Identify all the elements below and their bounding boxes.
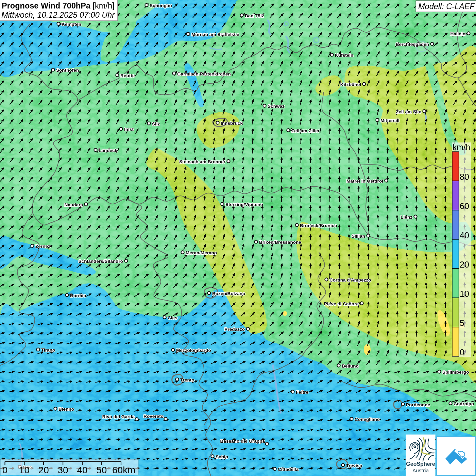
svg-text:80: 80: [460, 172, 469, 182]
svg-text:Pordenone: Pordenone: [406, 402, 430, 407]
svg-text:Pieve di Cadore: Pieve di Cadore: [324, 301, 359, 306]
svg-text:Schlanders/Silandro: Schlanders/Silandro: [79, 259, 123, 264]
svg-text:Garmisch-Partenkirchen: Garmisch-Partenkirchen: [177, 71, 231, 76]
svg-text:Nauders: Nauders: [65, 202, 83, 207]
svg-text:50: 50: [96, 465, 107, 475]
svg-text:Zernez: Zernez: [35, 244, 50, 249]
svg-text:40: 40: [460, 231, 469, 240]
svg-text:Spilimbergo: Spilimbergo: [442, 370, 469, 375]
svg-text:Berchtesgaden: Berchtesgaden: [396, 42, 429, 47]
svg-text:Trento: Trento: [180, 377, 194, 382]
svg-text:0: 0: [2, 465, 8, 475]
svg-text:5: 5: [460, 318, 464, 328]
svg-text:10: 10: [19, 465, 30, 475]
svg-text:Landeck: Landeck: [99, 148, 118, 153]
svg-text:Feltre: Feltre: [296, 390, 308, 395]
svg-text:Imst: Imst: [124, 127, 134, 132]
svg-text:Bruneck/Brunico: Bruneck/Brunico: [300, 223, 337, 228]
svg-text:Silz: Silz: [152, 121, 160, 126]
svg-text:Belluno: Belluno: [342, 363, 359, 369]
svg-text:Cittadella: Cittadella: [278, 467, 299, 472]
svg-text:Tirano: Tirano: [41, 347, 55, 353]
svg-text:Bad Tölz: Bad Tölz: [245, 13, 264, 18]
svg-text:Schio: Schio: [216, 454, 228, 459]
svg-text:Rovereto: Rovereto: [143, 414, 164, 419]
svg-text:Bassano del Grappa: Bassano del Grappa: [220, 439, 265, 444]
svg-text:40: 40: [77, 465, 87, 475]
svg-text:Predazzo: Predazzo: [224, 327, 245, 332]
svg-text:Matrei in Osttirol: Matrei in Osttirol: [346, 178, 383, 184]
svg-text:Reutte: Reutte: [120, 73, 135, 78]
svg-text:Prognose Wind 700hPa [km/h]: Prognose Wind 700hPa [km/h]: [2, 1, 114, 10]
svg-text:60km: 60km: [112, 465, 135, 475]
svg-text:Meran/Merano: Meran/Merano: [186, 250, 217, 255]
svg-text:Kempten: Kempten: [62, 22, 81, 27]
svg-text:20: 20: [460, 260, 469, 269]
svg-text:Lienz: Lienz: [401, 215, 412, 220]
svg-text:Modell: C-LAEF: Modell: C-LAEF: [418, 2, 475, 11]
svg-text:Conegliano: Conegliano: [355, 417, 380, 422]
svg-text:Schwaz: Schwaz: [268, 104, 285, 109]
svg-text:Sterzing/Vipiteno: Sterzing/Vipiteno: [225, 202, 263, 207]
svg-text:60: 60: [460, 201, 469, 211]
svg-text:Mittersill: Mittersill: [380, 118, 400, 123]
svg-text:0: 0: [460, 347, 464, 357]
svg-text:Zell am See: Zell am See: [396, 109, 421, 114]
svg-text:Codroipo: Codroipo: [454, 401, 474, 406]
svg-text:Innsbruck: Innsbruck: [221, 121, 243, 126]
svg-text:Treviso: Treviso: [346, 463, 362, 468]
svg-text:Cles: Cles: [168, 315, 177, 320]
svg-text:Sillian: Sillian: [352, 234, 365, 239]
svg-text:Cortina d'Ampezzo: Cortina d'Ampezzo: [329, 277, 371, 283]
svg-text:Schongau: Schongau: [150, 3, 172, 8]
svg-text:Mezzolombardo: Mezzolombardo: [176, 348, 211, 353]
svg-text:Mittwoch, 10.12.2025 07:00 Uhr: Mittwoch, 10.12.2025 07:00 Uhr: [1, 11, 115, 19]
svg-text:Kufstein: Kufstein: [335, 53, 353, 58]
svg-text:Austria: Austria: [412, 468, 429, 473]
svg-text:Bienno: Bienno: [58, 407, 74, 412]
svg-text:20: 20: [38, 465, 49, 475]
svg-text:Brixen/Bressanone: Brixen/Bressanone: [259, 240, 301, 245]
svg-text:Hallein: Hallein: [450, 31, 465, 36]
svg-text:Steinach am Brenner: Steinach am Brenner: [179, 159, 226, 164]
svg-text:Murnau am Staffelsee: Murnau am Staffelsee: [191, 32, 239, 37]
svg-text:Kitzbühel: Kitzbühel: [340, 82, 361, 87]
svg-text:GeoSphere: GeoSphere: [406, 461, 435, 467]
svg-text:km/h: km/h: [453, 142, 470, 152]
svg-text:30: 30: [58, 465, 68, 475]
svg-text:Bormio: Bormio: [70, 293, 86, 298]
svg-text:Zell am Ziller: Zell am Ziller: [291, 128, 320, 133]
svg-text:Riva del Garda: Riva del Garda: [102, 414, 135, 419]
svg-text:Bozen/Bolzano: Bozen/Bolzano: [212, 291, 245, 296]
svg-text:10: 10: [460, 289, 469, 299]
svg-text:Sonthofen: Sonthofen: [56, 68, 79, 73]
